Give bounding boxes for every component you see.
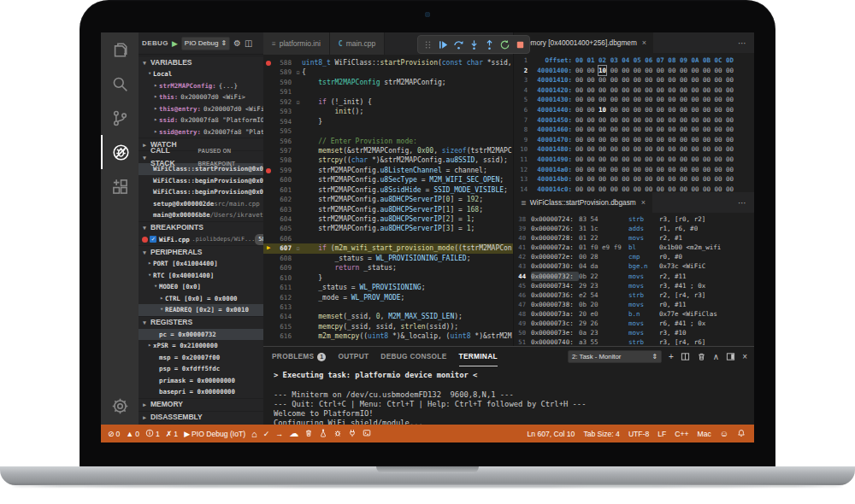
peripheral-row[interactable]: ▸CTRL [0x0] = 0x0000 bbox=[139, 293, 263, 305]
variable-row[interactable]: ▸strM2MAPConfig:{...} bbox=[139, 80, 263, 92]
close-icon[interactable]: × bbox=[642, 38, 646, 47]
asm-row[interactable]: 510x00000740:a3 55strbr3, [r4, r6] bbox=[514, 337, 754, 346]
more-actions-icon[interactable]: ⋯ bbox=[738, 198, 747, 208]
terminal-output[interactable]: > Executing task: platformio device moni… bbox=[274, 371, 751, 425]
hex-row[interactable]: 740001450:00 00 00 00 00 00 00 00 00 00 … bbox=[514, 115, 754, 126]
split-terminal-icon[interactable] bbox=[681, 352, 690, 361]
status-lf[interactable]: LF bbox=[657, 430, 666, 438]
activity-source-control-icon[interactable] bbox=[101, 101, 139, 135]
code-line[interactable]: 588 uint8_t WiFiClass::startProvision(co… bbox=[263, 58, 513, 67]
status-cross[interactable]: ✗1 bbox=[166, 430, 178, 438]
activity-files-icon[interactable] bbox=[101, 32, 139, 67]
panel-tab-problems[interactable]: PROBLEMS1 bbox=[272, 347, 326, 366]
code-line[interactable]: 599 strM2MAPConfig.u8ListenChannel = cha… bbox=[263, 166, 513, 175]
asm-row[interactable]: 450x00000734:29 23movsr3, #41 ; 0x bbox=[514, 281, 754, 290]
register-row[interactable]: psp = 0xfdff5fdc bbox=[139, 363, 263, 375]
code-line[interactable]: 601 strM2MAPConfig.u8SsidHide = SSID_MOD… bbox=[263, 185, 513, 195]
status-ln-607-col-10[interactable]: Ln 607, Col 10 bbox=[527, 430, 575, 438]
hex-row[interactable]: 240001400:00 00 10 00 00 00 00 00 00 00 … bbox=[514, 66, 754, 76]
stack-frame[interactable]: WiFiClass::startProvision@0x000007 bbox=[139, 163, 263, 175]
code-line[interactable]: 605 strM2MAPConfig.au8DHCPServerIP[3] = … bbox=[263, 224, 513, 233]
asm-row[interactable]: 470x00000738:0b 20movsr0, #11 bbox=[514, 300, 754, 309]
code-line[interactable]: 606 bbox=[263, 234, 513, 243]
stack-frame[interactable]: WiFiClass::beginProvision@0x000008 bbox=[139, 175, 263, 187]
asm-row[interactable]: 500x0000073e:0a 23movsr3, #10 bbox=[514, 328, 754, 337]
register-row[interactable]: ▸xPSR = 0x21000000 bbox=[139, 340, 263, 352]
code-line[interactable]: 594 } bbox=[263, 117, 513, 126]
code-line[interactable]: 589⊟{ bbox=[263, 67, 513, 77]
hex-row[interactable]: 14400014c0:00 00 00 00 00 00 00 00 00 00… bbox=[514, 185, 754, 192]
variable-row[interactable]: ▸this@entry:0x200007d0 <WiFi> bbox=[139, 103, 263, 115]
tab-main-cpp[interactable]: Cmain.cpp bbox=[330, 32, 385, 55]
hex-row[interactable]: 12400014a0:00 00 00 00 00 00 00 00 00 00… bbox=[514, 165, 754, 175]
code-line[interactable]: 603 strM2MAPConfig.au8DHCPServerIP[1] = … bbox=[263, 205, 513, 214]
asm-row[interactable]: 400x00000728:01 22movsr2, #1 bbox=[514, 233, 754, 243]
section-header-disassembly[interactable]: ▸DISASSEMBLY bbox=[139, 411, 263, 424]
breakpoint-dot-icon[interactable] bbox=[263, 58, 274, 67]
maximize-panel-icon[interactable]: ∧ bbox=[713, 352, 719, 361]
code-line[interactable]: 608 _status = WL_PROVISIONING_FAILED; bbox=[263, 254, 513, 263]
code-line[interactable]: 592⊟ if (!_init) { bbox=[263, 97, 513, 107]
register-row[interactable]: basepri = 0x00000000 bbox=[139, 386, 263, 398]
status-play[interactable]: ▶PIO Debug (IoT) bbox=[184, 430, 245, 438]
status-info[interactable]: 1 bbox=[145, 429, 160, 439]
hex-row[interactable]: 1Offset:00 01 02 03 04 05 06 07 08 09 0A… bbox=[514, 56, 754, 66]
hex-row[interactable]: 440001420:00 00 00 00 00 00 00 00 00 00 … bbox=[514, 85, 754, 96]
breakpoint-row[interactable]: ✓WiFi.cpp.piolibdeps/WiF...588 bbox=[139, 234, 263, 246]
more-actions-icon[interactable]: ⋯ bbox=[738, 38, 747, 48]
hex-row[interactable]: 340001410:00 00 00 00 00 00 00 00 00 00 … bbox=[514, 75, 754, 85]
peripheral-row[interactable]: ▾RTC [0x40001400] bbox=[139, 270, 263, 282]
code-line[interactable]: 610 } bbox=[263, 273, 513, 283]
stop-icon[interactable] bbox=[512, 36, 528, 53]
status-home[interactable]: ⌂ bbox=[251, 429, 257, 439]
code-line[interactable]: 590 tstrM2MAPConfig strM2MAPConfig; bbox=[263, 78, 513, 87]
code-line[interactable]: 609 return _status; bbox=[263, 263, 513, 273]
status-check[interactable]: ✓ bbox=[263, 430, 270, 438]
variable-row[interactable]: ▸ssid:0x20007fa8 "PlatformIO-31..." bbox=[139, 114, 263, 126]
panel-tab-output[interactable]: OUTPUT bbox=[338, 347, 369, 366]
status-circle-slash[interactable]: ⊘0 bbox=[108, 430, 120, 438]
open-debug-console-icon[interactable]: ◫ bbox=[245, 38, 252, 48]
code-line[interactable]: 611 _status = WL_PROVISIONING; bbox=[263, 283, 513, 292]
asm-row[interactable]: 380x00000724:83 54strbr3, [r0, r2] bbox=[514, 214, 754, 224]
close-panel-icon[interactable]: × bbox=[742, 352, 747, 361]
section-header-registers[interactable]: ▾REGISTERS bbox=[139, 316, 263, 329]
memory-tab[interactable]: Memory [0x40001400+256].dbgmem × bbox=[514, 32, 653, 53]
status-warning[interactable]: ▲0 bbox=[126, 430, 139, 438]
peripheral-row[interactable]: ▾READREQ [0x2] = 0x0010 bbox=[139, 304, 263, 316]
status-plug[interactable] bbox=[348, 429, 357, 439]
stack-frame[interactable]: setup@0x000002de src/main.cpp bbox=[139, 198, 263, 210]
code-line[interactable]: 615 memcpy(_ssid, ssid, strlen(ssid)); bbox=[263, 322, 513, 331]
code-line[interactable]: 614 memset(_ssid, 0, M2M_MAX_SSID_LEN); bbox=[263, 312, 513, 321]
status-terminal[interactable] bbox=[363, 429, 371, 439]
register-row[interactable]: msp = 0x20007f00 bbox=[139, 352, 263, 364]
layout-icon[interactable] bbox=[726, 352, 735, 361]
asm-row[interactable]: 480x0000073a:20 e0b.n0x77e <WiFiClas bbox=[514, 309, 754, 319]
code-line[interactable]: 595 bbox=[263, 126, 513, 136]
step-over-icon[interactable] bbox=[451, 36, 466, 53]
code-line[interactable]: 616 m2m_memcpy((uint8 *)&_localip, (uint… bbox=[263, 331, 513, 341]
asm-row[interactable]: 490x0000073c:29 26movsr6, #41 ; 0x bbox=[514, 319, 754, 328]
hex-row[interactable]: 1040001480:00 00 00 00 00 00 00 00 00 00… bbox=[514, 144, 754, 155]
hex-row[interactable]: 540001430:00 00 00 00 00 00 00 00 00 00 … bbox=[514, 95, 754, 105]
panel-tab-terminal[interactable]: TERMINAL bbox=[459, 347, 498, 366]
activity-debug-icon[interactable] bbox=[101, 135, 139, 169]
close-icon[interactable]: × bbox=[641, 198, 646, 207]
disasm-tab[interactable]: ≣ WiFiClass::startProvision.dbgasm × bbox=[514, 192, 652, 213]
status-flask[interactable] bbox=[319, 429, 327, 439]
hex-row[interactable]: 13400014b0:00 00 00 00 00 00 00 00 00 00… bbox=[514, 174, 754, 185]
status-cloud[interactable]: ☁ bbox=[289, 428, 298, 439]
status-c-[interactable]: C++ bbox=[675, 430, 688, 438]
asm-row[interactable]: 460x00000736:e2 54strbr2, [r4, r3] bbox=[514, 290, 754, 300]
code-line[interactable]: 600 strM2MAPConfig.u8SecType = M2M_WIFI_… bbox=[263, 175, 513, 185]
kill-terminal-icon[interactable] bbox=[697, 352, 706, 361]
activity-extensions-icon[interactable] bbox=[101, 169, 139, 203]
status-tab-size-4[interactable]: Tab Size: 4 bbox=[583, 430, 620, 438]
section-header-variables[interactable]: ▾VARIABLES bbox=[139, 56, 263, 68]
status-bell[interactable] bbox=[737, 429, 746, 439]
hex-row[interactable]: 940001470:00 00 00 00 00 00 00 00 00 00 … bbox=[514, 135, 754, 145]
section-header-memory[interactable]: ▸MEMORY bbox=[139, 398, 263, 411]
status-mac[interactable]: Mac bbox=[698, 430, 711, 438]
continue-icon[interactable] bbox=[435, 36, 451, 53]
register-row[interactable]: pc = 0x00000732 bbox=[139, 329, 263, 341]
